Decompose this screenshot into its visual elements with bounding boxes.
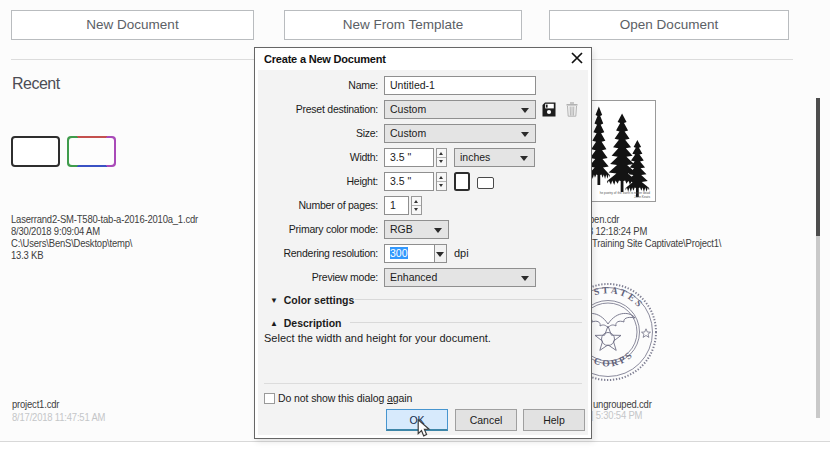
svg-text:John Keats: John Keats [634,195,650,199]
